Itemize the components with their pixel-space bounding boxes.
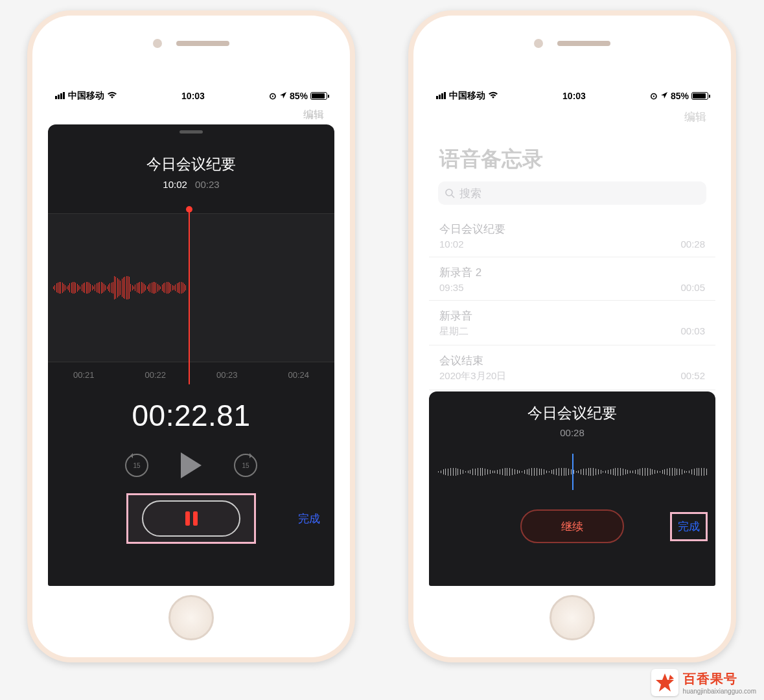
status-bar: 中国移动 10:03 ⊙ 85% xyxy=(429,87,715,105)
watermark-icon xyxy=(651,669,678,696)
phone-body: 中国移动 10:03 ⊙ 85% 编辑 语音备忘录 xyxy=(413,16,731,657)
list-item-duration: 00:52 xyxy=(680,370,705,382)
tick: 00:21 xyxy=(73,370,95,380)
highlight-box: 完成 xyxy=(670,512,708,541)
skip-back-button[interactable]: 15 xyxy=(125,454,148,477)
lock-icon: ⊙ xyxy=(650,91,658,101)
earpiece xyxy=(176,41,229,46)
tick: 00:22 xyxy=(145,370,166,380)
list-item-meta: 09:35 xyxy=(439,282,464,293)
svg-point-0 xyxy=(446,189,452,196)
waveform xyxy=(48,268,185,307)
list-item-title: 今日会议纪要 xyxy=(439,222,705,237)
phone-body: 中国移动 10:03 ⊙ 85% 编辑 xyxy=(32,16,350,657)
list-item-duration: 00:28 xyxy=(680,239,705,250)
playhead[interactable] xyxy=(189,209,190,384)
sheet-grabber[interactable] xyxy=(179,130,203,134)
front-camera xyxy=(534,39,543,48)
list-item-title: 会议结束 xyxy=(439,353,705,368)
mini-waveform[interactable] xyxy=(429,454,715,490)
signal-icon xyxy=(436,91,446,101)
edit-button[interactable]: 编辑 xyxy=(303,108,324,122)
skip-fwd-label: 15 xyxy=(242,462,249,469)
elapsed-time: 00:22.81 xyxy=(48,398,334,433)
home-button[interactable] xyxy=(168,595,214,640)
phone-left: 中国移动 10:03 ⊙ 85% 编辑 xyxy=(27,10,355,662)
search-placeholder: 搜索 xyxy=(459,186,481,201)
home-button[interactable] xyxy=(550,595,595,640)
watermark-title: 百香果号 xyxy=(683,670,756,688)
playhead[interactable] xyxy=(572,454,573,490)
list-item[interactable]: 新录音 209:3500:05 xyxy=(429,257,715,301)
panel-bottom: 继续 完成 xyxy=(429,508,715,544)
panel-duration: 00:28 xyxy=(429,427,715,438)
earpiece xyxy=(557,41,610,46)
skip-back-label: 15 xyxy=(133,462,140,469)
page-title: 语音备忘录 xyxy=(439,145,705,174)
battery-icon xyxy=(691,92,708,100)
recording-time: 10:02 xyxy=(163,179,187,190)
list-item[interactable]: 新录音星期二00:03 xyxy=(429,301,715,345)
search-icon xyxy=(445,188,455,198)
skip-forward-button[interactable]: 15 xyxy=(234,454,257,477)
phone-hardware xyxy=(413,39,731,48)
time-ticks: 00:21 00:22 00:23 00:24 xyxy=(48,370,334,380)
done-button[interactable]: 完成 xyxy=(678,520,700,533)
list-item-title: 新录音 2 xyxy=(439,265,705,280)
play-icon[interactable] xyxy=(181,452,202,478)
location-icon xyxy=(279,91,287,101)
wifi-icon xyxy=(488,91,498,101)
edit-button[interactable]: 编辑 xyxy=(684,110,706,124)
recording-sheet: 今日会议纪要 10:02 00:23 00:21 00:22 00:23 00:… xyxy=(48,124,334,586)
svg-marker-3 xyxy=(669,675,674,680)
wifi-icon xyxy=(107,91,117,101)
battery-pct: 85% xyxy=(290,91,308,101)
carrier-label: 中国移动 xyxy=(68,90,104,102)
list-item-title: 新录音 xyxy=(439,309,705,323)
screen-right: 中国移动 10:03 ⊙ 85% 编辑 语音备忘录 xyxy=(429,87,715,586)
panel-title: 今日会议纪要 xyxy=(429,403,715,423)
waveform-area[interactable] xyxy=(48,213,334,362)
status-time: 10:03 xyxy=(562,91,586,101)
list-item[interactable]: 今日会议纪要10:0200:28 xyxy=(429,214,715,257)
screen-left: 中国移动 10:03 ⊙ 85% 编辑 xyxy=(48,87,334,586)
recording-duration: 00:23 xyxy=(195,179,220,190)
playback-controls: 15 15 xyxy=(48,452,334,478)
tick: 00:24 xyxy=(288,370,309,380)
done-button[interactable]: 完成 xyxy=(298,511,320,526)
phone-hardware xyxy=(32,39,350,48)
lock-icon: ⊙ xyxy=(269,91,277,101)
location-icon xyxy=(660,91,668,101)
list-item-duration: 00:03 xyxy=(680,325,705,338)
status-time: 10:03 xyxy=(181,91,205,101)
continue-button[interactable]: 继续 xyxy=(520,509,624,543)
svg-line-1 xyxy=(452,195,454,198)
edit-row: 编辑 xyxy=(48,105,334,124)
list-item-duration: 00:05 xyxy=(680,282,705,293)
status-bar: 中国移动 10:03 ⊙ 85% xyxy=(48,87,334,105)
carrier-label: 中国移动 xyxy=(449,90,485,102)
recording-meta: 10:02 00:23 xyxy=(48,179,334,190)
pause-icon xyxy=(185,511,198,526)
list-item-meta: 10:02 xyxy=(439,239,464,250)
list-item[interactable]: 会议结束2020年3月20日00:52 xyxy=(429,345,715,390)
mini-player-panel: 今日会议纪要 00:28 继续 完成 xyxy=(429,391,715,586)
battery-icon xyxy=(310,92,327,100)
signal-icon xyxy=(55,91,65,101)
watermark-url: huangjinbaixiangguo.com xyxy=(683,688,756,695)
recording-title: 今日会议纪要 xyxy=(48,154,334,174)
list-item-meta: 星期二 xyxy=(439,325,469,338)
pause-button[interactable] xyxy=(142,500,240,537)
battery-pct: 85% xyxy=(671,91,689,101)
phone-right: 中国移动 10:03 ⊙ 85% 编辑 语音备忘录 xyxy=(408,10,736,662)
tick: 00:23 xyxy=(216,370,238,380)
watermark: 百香果号 huangjinbaixiangguo.com xyxy=(651,669,756,696)
search-input[interactable]: 搜索 xyxy=(438,181,706,205)
recording-list: 今日会议纪要10:0200:28新录音 209:3500:05新录音星期二00:… xyxy=(429,214,715,390)
front-camera xyxy=(153,39,162,48)
list-item-meta: 2020年3月20日 xyxy=(439,370,506,382)
bottom-controls: 完成 xyxy=(48,496,334,541)
